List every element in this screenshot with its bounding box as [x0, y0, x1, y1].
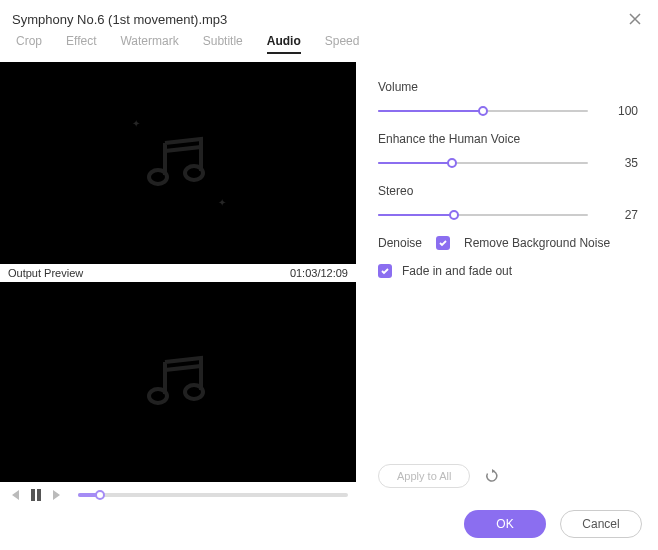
- svg-point-1: [185, 166, 203, 180]
- prev-button[interactable]: [8, 488, 22, 502]
- svg-point-3: [185, 385, 203, 399]
- next-icon: [50, 488, 64, 502]
- close-icon: [628, 12, 642, 26]
- tab-speed[interactable]: Speed: [325, 34, 360, 54]
- check-icon: [438, 238, 448, 248]
- next-button[interactable]: [50, 488, 64, 502]
- seek-bar[interactable]: [78, 493, 348, 497]
- pause-button[interactable]: [30, 488, 42, 502]
- reset-button[interactable]: [484, 468, 500, 484]
- apply-all-button[interactable]: Apply to All: [378, 464, 470, 488]
- tab-crop[interactable]: Crop: [16, 34, 42, 54]
- enhance-slider[interactable]: [378, 162, 588, 164]
- file-title: Symphony No.6 (1st movement).mp3: [12, 12, 227, 27]
- volume-label: Volume: [378, 80, 638, 94]
- fade-checkbox[interactable]: [378, 264, 392, 278]
- svg-rect-4: [31, 489, 35, 501]
- stereo-label: Stereo: [378, 184, 638, 198]
- output-preview: [0, 282, 356, 482]
- enhance-label: Enhance the Human Voice: [378, 132, 638, 146]
- denoise-label: Denoise: [378, 236, 422, 250]
- stereo-value: 27: [604, 208, 638, 222]
- time-display: 01:03/12:09: [290, 267, 348, 279]
- music-icon: [143, 354, 213, 410]
- tab-effect[interactable]: Effect: [66, 34, 96, 54]
- enhance-value: 35: [604, 156, 638, 170]
- volume-value: 100: [604, 104, 638, 118]
- svg-point-2: [149, 389, 167, 403]
- remove-noise-label: Remove Background Noise: [464, 236, 610, 250]
- tab-subtitle[interactable]: Subtitle: [203, 34, 243, 54]
- music-icon: [143, 135, 213, 191]
- check-icon: [380, 266, 390, 276]
- volume-slider[interactable]: [378, 110, 588, 112]
- pause-icon: [30, 488, 42, 502]
- reset-icon: [484, 468, 500, 484]
- tab-audio[interactable]: Audio: [267, 34, 301, 54]
- stereo-slider[interactable]: [378, 214, 588, 216]
- remove-noise-checkbox[interactable]: [436, 236, 450, 250]
- prev-icon: [8, 488, 22, 502]
- svg-point-0: [149, 170, 167, 184]
- source-preview: ✦ ✦: [0, 62, 356, 264]
- svg-rect-5: [37, 489, 41, 501]
- output-preview-label: Output Preview: [8, 267, 83, 279]
- tab-bar: Crop Effect Watermark Subtitle Audio Spe…: [0, 34, 658, 62]
- tab-watermark[interactable]: Watermark: [120, 34, 178, 54]
- close-button[interactable]: [626, 10, 644, 28]
- ok-button[interactable]: OK: [464, 510, 546, 538]
- cancel-button[interactable]: Cancel: [560, 510, 642, 538]
- fade-label: Fade in and fade out: [402, 264, 512, 278]
